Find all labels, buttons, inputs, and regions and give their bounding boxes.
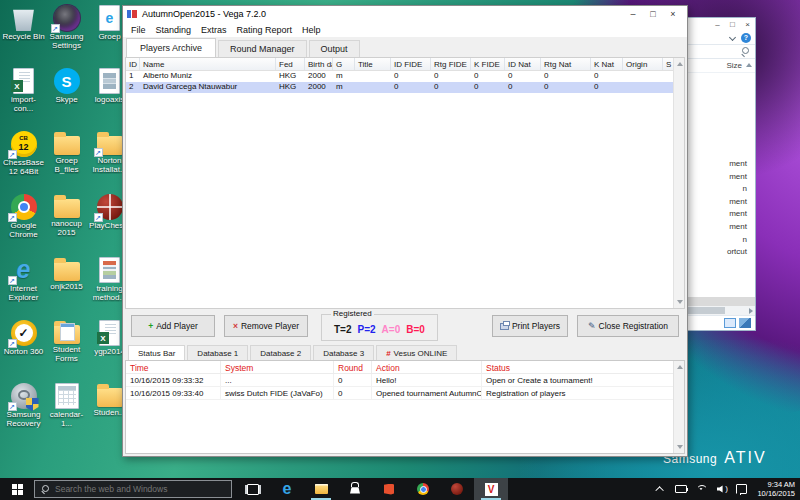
- desktop-icon-onjk2015[interactable]: onjk2015: [45, 255, 88, 318]
- column-header-k-fide[interactable]: K FIDE: [471, 58, 505, 70]
- task-view-icon[interactable]: [236, 478, 270, 500]
- help-icon[interactable]: ?: [741, 33, 751, 43]
- store-icon[interactable]: [338, 478, 372, 500]
- vega-app-icon: [127, 10, 137, 18]
- start-button[interactable]: [0, 478, 34, 500]
- tab-database-1[interactable]: Database 1: [187, 345, 248, 360]
- players-vertical-scrollbar[interactable]: [673, 58, 684, 308]
- explorer-file-item[interactable]: ment: [685, 222, 755, 235]
- table-row[interactable]: 2David Garcega NtauwaburHKG2000m000000: [126, 82, 673, 93]
- volume-icon[interactable]: [715, 483, 727, 495]
- column-header-title[interactable]: Title: [355, 58, 391, 70]
- desktop-icon-internet-explorer[interactable]: ↗Internet Explorer: [2, 255, 45, 318]
- desktop-icon-samsung-recovery[interactable]: ↗Samsung Recovery: [2, 381, 45, 444]
- column-header-id[interactable]: ID: [126, 58, 140, 70]
- desktop-icon-calendar-1[interactable]: calendar-1...: [45, 381, 88, 444]
- explorer-file-item[interactable]: ortcut: [685, 247, 755, 260]
- desktop-icon-norton-360[interactable]: ↗Norton 360: [2, 318, 45, 381]
- column-header-k-nat[interactable]: K Nat: [591, 58, 623, 70]
- battery-icon[interactable]: [675, 483, 687, 495]
- explorer-file-item[interactable]: ment: [685, 172, 755, 185]
- tab-players-archive[interactable]: Players Archive: [126, 38, 216, 57]
- thumbnail-view-icon[interactable]: [739, 318, 751, 328]
- add-player-button[interactable]: + Add Player: [131, 315, 215, 337]
- chevron-down-icon[interactable]: [730, 35, 736, 41]
- explorer-search-row[interactable]: [685, 44, 755, 59]
- file-explorer-icon[interactable]: [304, 478, 338, 500]
- column-header-birth-date[interactable]: Birth date: [305, 58, 333, 70]
- desktop-icon-recycle-bin[interactable]: Recycle Bin: [2, 3, 45, 66]
- close-registration-label: Close Registration: [599, 321, 668, 331]
- search-input[interactable]: [55, 484, 225, 494]
- details-view-icon[interactable]: [724, 318, 736, 328]
- column-header-origin[interactable]: Origin: [623, 58, 663, 70]
- scroll-up-icon[interactable]: [746, 63, 752, 67]
- tab-database-2[interactable]: Database 2: [250, 345, 311, 360]
- column-header-fed[interactable]: Fed: [276, 58, 305, 70]
- menu-file[interactable]: File: [126, 25, 151, 35]
- explorer-column-header[interactable]: Size: [685, 59, 755, 73]
- desktop-icon-google-chrome[interactable]: ↗Google Chrome: [2, 192, 45, 255]
- explorer-file-item[interactable]: ment: [685, 159, 755, 172]
- table-row[interactable]: 1Alberto MunizHKG2000m000000: [126, 71, 673, 82]
- column-header-id-nat[interactable]: ID Nat: [505, 58, 541, 70]
- playchess-icon: ↗: [97, 194, 123, 220]
- vega-titlebar[interactable]: AutumnOpen2015 - Vega 7.2.0 – □ ×: [123, 6, 687, 22]
- column-header-g[interactable]: G: [333, 58, 355, 70]
- menu-rating-report[interactable]: Rating Report: [232, 25, 298, 35]
- folder-icon: [97, 388, 123, 407]
- explorer-horizontal-scrollbar[interactable]: [685, 306, 755, 315]
- scroll-right-icon[interactable]: [749, 308, 753, 314]
- cell: 0: [541, 82, 591, 93]
- column-header-rtg-fide[interactable]: Rtg FIDE: [431, 58, 471, 70]
- explorer-minimize-button[interactable]: –: [710, 18, 725, 31]
- desktop-icon-import-con[interactable]: import-con...: [2, 66, 45, 129]
- desktop-icon-student-forms[interactable]: Student Forms: [45, 318, 88, 381]
- tab-database-3[interactable]: Database 3: [313, 345, 374, 360]
- chrome-icon[interactable]: [406, 478, 440, 500]
- log-vertical-scrollbar[interactable]: [673, 361, 684, 453]
- tab-status-bar[interactable]: Status Bar: [128, 345, 185, 360]
- explorer-file-item[interactable]: n: [685, 235, 755, 248]
- maximize-button[interactable]: □: [643, 6, 663, 22]
- remove-player-button[interactable]: × Remove Player: [224, 315, 308, 337]
- action-center-icon[interactable]: [735, 483, 747, 495]
- desktop-icon-chessbase-12-64bit[interactable]: ↗ChessBase 12 64Bit: [2, 129, 45, 192]
- cell: 0: [505, 71, 541, 82]
- minimize-button[interactable]: –: [623, 6, 643, 22]
- folder-icon: [54, 262, 80, 281]
- vega-icon[interactable]: [474, 478, 508, 500]
- menu-standing[interactable]: Standing: [151, 25, 197, 35]
- explorer-maximize-button[interactable]: □: [725, 18, 740, 31]
- tab-vesus-online[interactable]: #Vesus ONLINE: [376, 345, 457, 360]
- explorer-file-item[interactable]: n: [685, 184, 755, 197]
- desktop-icon-groep-b-files[interactable]: Groep B_files: [45, 129, 88, 192]
- menu-help[interactable]: Help: [297, 25, 326, 35]
- tab-output[interactable]: Output: [309, 40, 360, 57]
- menu-extras[interactable]: Extras: [196, 25, 232, 35]
- chevron-up-icon[interactable]: [655, 483, 667, 495]
- close-button[interactable]: ×: [663, 6, 683, 22]
- office-icon[interactable]: [372, 478, 406, 500]
- playchess-icon[interactable]: [440, 478, 474, 500]
- column-header-id-fide[interactable]: ID FIDE: [391, 58, 431, 70]
- close-registration-button[interactable]: ✎ Close Registration: [577, 315, 679, 337]
- scrollbar-thumb[interactable]: [685, 307, 725, 314]
- explorer-file-item[interactable]: ment: [685, 209, 755, 222]
- print-players-button[interactable]: Print Players: [492, 315, 568, 337]
- column-header-rtg-nat[interactable]: Rtg Nat: [541, 58, 591, 70]
- desktop-icon-samsung-settings[interactable]: ↗Samsung Settings: [45, 3, 88, 66]
- column-header-name[interactable]: Name: [140, 58, 276, 70]
- size-column-header[interactable]: Size: [726, 61, 742, 70]
- log-column-header-action: Action: [372, 361, 482, 373]
- wifi-icon[interactable]: [695, 483, 707, 495]
- taskbar-clock[interactable]: 9:34 AM 10/16/2015: [752, 480, 800, 499]
- explorer-close-button[interactable]: ×: [740, 18, 755, 31]
- taskbar-search-box[interactable]: [34, 480, 232, 498]
- desktop-icon-skype[interactable]: Skype: [45, 66, 88, 129]
- tab-round-manager[interactable]: Round Manager: [218, 40, 307, 57]
- explorer-selected-row[interactable]: [685, 297, 755, 306]
- explorer-file-item[interactable]: ment: [685, 197, 755, 210]
- desktop-icon-nanocup-2015[interactable]: nanocup 2015: [45, 192, 88, 255]
- edge-icon[interactable]: [270, 478, 304, 500]
